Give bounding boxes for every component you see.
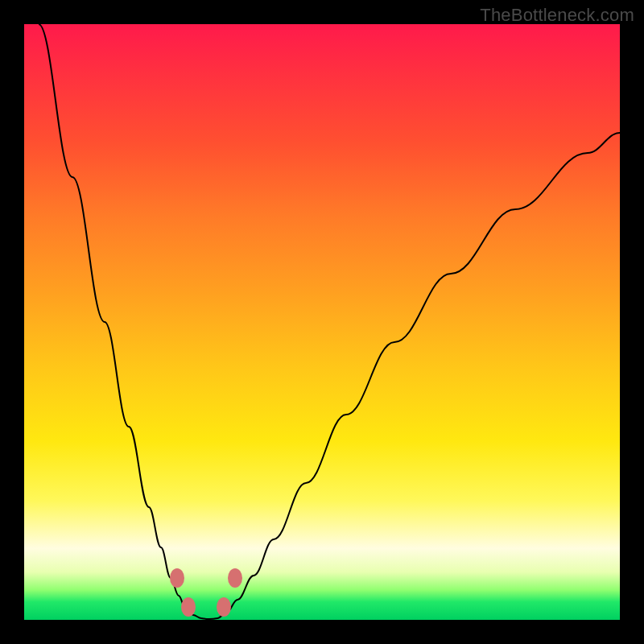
- curve-left-branch: [39, 24, 201, 618]
- valley-dot: [217, 597, 231, 617]
- watermark-text: TheBottleneck.com: [480, 5, 634, 26]
- valley-dot: [228, 568, 242, 588]
- curve-valley-floor: [201, 618, 217, 619]
- curve-right-branch: [217, 133, 620, 618]
- valley-dot: [170, 568, 184, 588]
- bottleneck-curve: [24, 24, 620, 620]
- valley-dot: [181, 597, 196, 617]
- chart-plot-area: [24, 24, 620, 620]
- valley-marker-dots: [170, 568, 242, 617]
